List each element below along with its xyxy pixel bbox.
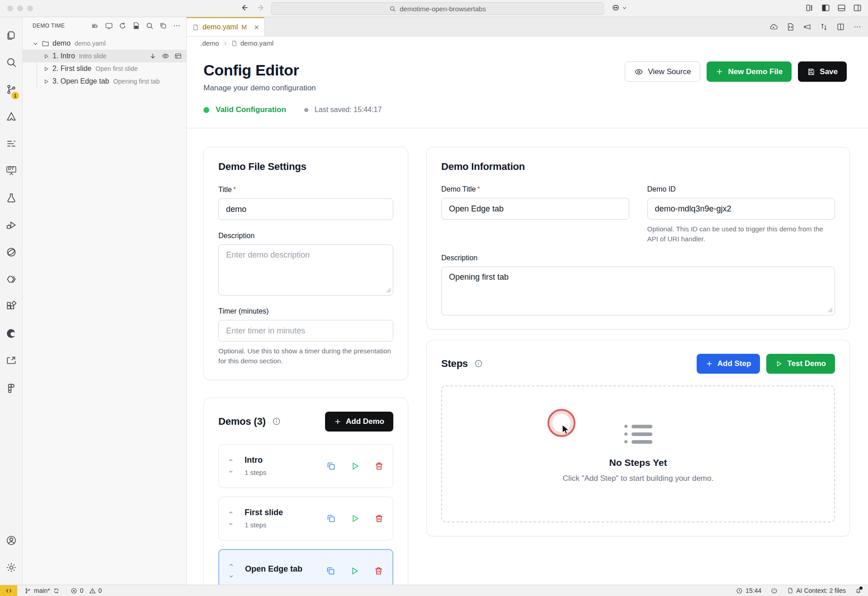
resize-grip-icon[interactable]: [828, 308, 833, 313]
export-pdf-icon[interactable]: [132, 22, 140, 30]
figma-icon[interactable]: [0, 374, 22, 401]
demo-time-icon[interactable]: DT: [0, 157, 22, 184]
move-up-icon[interactable]: [228, 510, 234, 516]
move-down-icon[interactable]: [228, 521, 234, 527]
command-center-search[interactable]: demotime-open-browsertabs: [271, 2, 604, 15]
cloud-icon[interactable]: [769, 23, 778, 31]
demo-id-input[interactable]: [647, 198, 835, 220]
breadcrumb-file[interactable]: demo.yaml: [241, 39, 274, 47]
branch-status[interactable]: main*: [24, 587, 60, 594]
start-presentation-icon[interactable]: [91, 22, 99, 30]
remote-indicator[interactable]: [0, 585, 17, 596]
play-demo-icon[interactable]: [350, 461, 360, 471]
steps-empty-dropzone[interactable]: No Steps Yet Click "Add Step" to start b…: [441, 385, 835, 522]
azure-icon[interactable]: [0, 103, 22, 130]
more-actions-icon[interactable]: [173, 22, 181, 30]
add-step-button[interactable]: Add Step: [697, 354, 760, 374]
toggle-secondary-sidebar-icon[interactable]: [853, 4, 862, 12]
test-beaker-icon[interactable]: [0, 184, 22, 211]
run-demo-icon[interactable]: [43, 53, 49, 59]
test-demo-button[interactable]: Test Demo: [766, 354, 835, 374]
copilot-status[interactable]: [770, 587, 778, 595]
tab-demo-yaml[interactable]: demo.yaml M: [187, 17, 264, 36]
add-demo-button[interactable]: Add Demo: [325, 412, 393, 432]
maximize-window-button[interactable]: [27, 5, 33, 11]
toggle-primary-sidebar-icon[interactable]: [821, 4, 830, 12]
move-down-icon[interactable]: [228, 573, 234, 579]
search-icon[interactable]: [146, 22, 154, 30]
demo-title-input[interactable]: [441, 198, 629, 220]
split-editor-icon[interactable]: [836, 23, 845, 31]
close-window-button[interactable]: [7, 5, 13, 11]
explorer-icon[interactable]: [0, 22, 22, 49]
demo-list-item[interactable]: Intro 1 steps: [218, 444, 393, 488]
move-down-icon[interactable]: [228, 469, 234, 474]
move-down-icon[interactable]: [149, 52, 156, 60]
screen-icon[interactable]: [105, 22, 113, 30]
info-icon[interactable]: [272, 417, 281, 426]
copilot-menu[interactable]: [611, 3, 627, 12]
open-source-file-icon[interactable]: [786, 23, 795, 31]
more-actions-icon[interactable]: [853, 23, 862, 31]
sync-icon[interactable]: [53, 587, 60, 594]
play-demo-icon[interactable]: [350, 514, 360, 523]
minimize-window-button[interactable]: [17, 5, 23, 11]
title-input[interactable]: [218, 198, 393, 220]
preview-eye-icon[interactable]: [162, 52, 169, 60]
tree-folder-demo[interactable]: demo demo.yaml: [23, 37, 186, 50]
duplicate-demo-icon[interactable]: [326, 566, 335, 576]
accounts-icon[interactable]: [0, 527, 22, 554]
refresh-icon[interactable]: [118, 22, 127, 30]
run-demo-icon[interactable]: [43, 79, 49, 84]
run-debug-icon[interactable]: [0, 211, 22, 239]
open-config-icon[interactable]: [175, 52, 182, 60]
customize-layout-icon[interactable]: [806, 4, 814, 12]
live-preview-icon[interactable]: [0, 347, 22, 374]
view-source-button[interactable]: View Source: [625, 61, 700, 82]
compare-changes-icon[interactable]: [820, 23, 828, 31]
tree-item-open-edge-tab[interactable]: 3. Open Edge tab Opening first tab: [23, 75, 186, 88]
demo-steps-count: 1 steps: [245, 469, 266, 476]
delete-demo-icon[interactable]: [374, 461, 384, 471]
info-icon[interactable]: [474, 359, 483, 368]
breadcrumb-parent[interactable]: .demo: [200, 39, 219, 47]
notifications-status[interactable]: [855, 587, 862, 594]
extensions-icon[interactable]: [0, 293, 22, 320]
back-button[interactable]: [240, 3, 249, 12]
source-control-icon[interactable]: 1: [0, 76, 22, 103]
edge-browser-icon[interactable]: [0, 320, 22, 347]
resize-grip-icon[interactable]: [386, 288, 391, 293]
close-tab-icon[interactable]: [254, 24, 259, 30]
copilot-chat-icon[interactable]: [0, 239, 22, 266]
polyglot-icon[interactable]: [0, 266, 22, 293]
save-button[interactable]: Save: [798, 61, 847, 82]
move-up-icon[interactable]: [228, 562, 234, 568]
description-textarea[interactable]: [218, 244, 393, 296]
demo-list-item[interactable]: First slide 1 steps: [218, 497, 393, 540]
duplicate-demo-icon[interactable]: [326, 514, 336, 523]
clone-icon[interactable]: [159, 22, 167, 30]
breadcrumb[interactable]: .demo demo.yaml: [187, 37, 868, 50]
problems-status[interactable]: 0 0: [71, 587, 102, 594]
play-demo-icon[interactable]: [350, 566, 359, 576]
search-view-icon[interactable]: [0, 49, 22, 76]
toggle-panel-icon[interactable]: [837, 4, 846, 12]
move-up-icon[interactable]: [228, 457, 234, 463]
settings-gear-icon[interactable]: [0, 554, 22, 581]
clock-status[interactable]: 15:44: [736, 587, 761, 594]
demo-description-textarea[interactable]: Opening first tab: [441, 267, 835, 315]
run-demo-icon[interactable]: [43, 66, 49, 72]
present-icon[interactable]: [803, 23, 811, 31]
window-controls[interactable]: [7, 5, 33, 11]
ai-context-status[interactable]: AI Context: 2 files: [787, 587, 846, 594]
tree-item-intro[interactable]: 1. Intro Intro slide: [23, 50, 186, 62]
timer-input[interactable]: [218, 320, 393, 342]
new-demo-file-button[interactable]: New Demo File: [707, 61, 792, 82]
delete-demo-icon[interactable]: [374, 514, 384, 523]
output-list-icon[interactable]: [0, 130, 22, 157]
delete-demo-icon[interactable]: [374, 566, 383, 576]
forward-button[interactable]: [257, 3, 266, 12]
demo-list-item-selected[interactable]: Open Edge tab: [218, 549, 393, 585]
duplicate-demo-icon[interactable]: [326, 461, 336, 471]
tree-item-first-slide[interactable]: 2. First slide Open first slide: [23, 62, 186, 75]
